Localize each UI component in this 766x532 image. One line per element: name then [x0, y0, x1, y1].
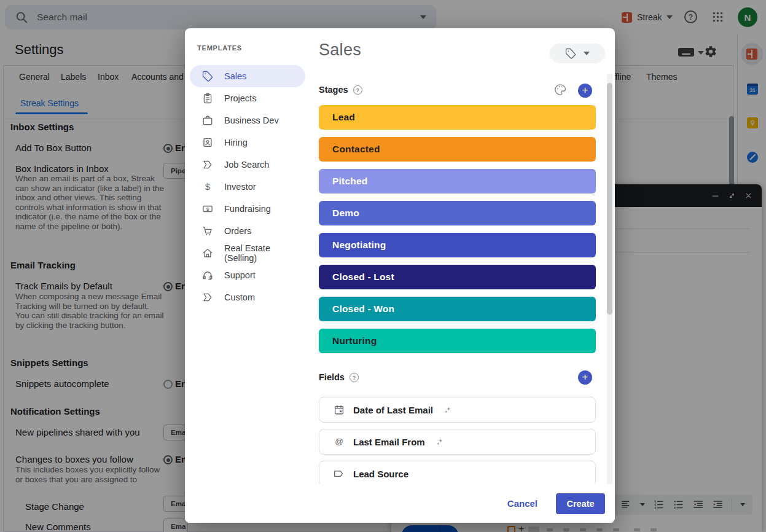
- tag-icon: [565, 48, 576, 59]
- modal-footer: Cancel Create: [185, 484, 615, 523]
- stage-bar-pitched[interactable]: Pitched: [319, 169, 596, 194]
- icon-picker-caret-icon: [584, 52, 590, 55]
- pipeline-arrow-icon: [202, 159, 213, 170]
- template-item-hiring[interactable]: Hiring: [190, 131, 305, 154]
- headset-icon: [202, 270, 213, 281]
- at-sign-icon: @: [334, 436, 345, 447]
- template-item-fundraising[interactable]: $ Fundraising: [190, 198, 305, 220]
- stages-help-icon[interactable]: [353, 85, 362, 95]
- template-item-custom[interactable]: Custom: [190, 286, 305, 308]
- stage-bar-negotiating[interactable]: Negotiating: [319, 233, 596, 257]
- svg-text:@: @: [335, 437, 343, 446]
- field-card-date-of-last-email[interactable]: Date of Last Email: [319, 397, 596, 423]
- modal-scrollbar-thumb[interactable]: [607, 83, 612, 315]
- field-card-last-email-from[interactable]: @ Last Email From: [319, 429, 596, 455]
- template-item-business-dev[interactable]: Business Dev: [190, 109, 305, 131]
- svg-text:$: $: [206, 206, 209, 212]
- stage-bar-contacted[interactable]: Contacted: [319, 137, 596, 162]
- stage-bar-demo[interactable]: Demo: [319, 201, 596, 225]
- cancel-button[interactable]: Cancel: [507, 498, 537, 509]
- template-item-real-estate[interactable]: Real Estate (Selling): [190, 242, 305, 264]
- auto-field-sparkle-icon: [435, 437, 444, 447]
- stage-bar-closed-lost[interactable]: Closed - Lost: [319, 265, 596, 289]
- stages-section-header: Stages: [319, 85, 362, 95]
- tag-icon: [202, 71, 213, 82]
- stage-bar-closed-won[interactable]: Closed - Won: [319, 297, 596, 321]
- clipboard-icon: [202, 93, 213, 104]
- template-item-projects[interactable]: Projects: [190, 87, 305, 109]
- cart-icon: [202, 225, 213, 237]
- pipeline-icon-picker[interactable]: [550, 44, 605, 63]
- palette-icon[interactable]: [553, 83, 567, 96]
- field-card-lead-source[interactable]: Lead Source: [319, 461, 596, 487]
- screen: Streak N Settings General Labels Inbox A…: [0, 0, 766, 532]
- template-item-sales[interactable]: Sales: [190, 65, 305, 87]
- id-badge-icon: [202, 137, 213, 148]
- template-item-job-search[interactable]: Job Search: [190, 154, 305, 176]
- dollar-icon: $: [202, 181, 213, 192]
- template-item-support[interactable]: Support: [190, 264, 305, 286]
- pipeline-arrow-icon: [202, 292, 213, 303]
- banknote-icon: $: [202, 203, 213, 214]
- pipeline-template-modal: TEMPLATES Sales Projects Business Dev Hi…: [185, 28, 615, 523]
- template-item-investor[interactable]: $ Investor: [190, 176, 305, 198]
- svg-text:$: $: [205, 182, 210, 192]
- home-icon: [202, 248, 213, 259]
- briefcase-icon: [202, 115, 213, 126]
- label-icon: [334, 468, 345, 479]
- templates-header: TEMPLATES: [197, 44, 242, 52]
- add-field-button[interactable]: [578, 370, 592, 385]
- stage-bar-nurturing[interactable]: Nurturing: [319, 329, 596, 353]
- fields-help-icon[interactable]: [350, 373, 359, 382]
- calendar-icon: [334, 404, 345, 415]
- add-stage-button[interactable]: [578, 84, 592, 98]
- auto-field-sparkle-icon: [443, 405, 452, 415]
- stage-bar-lead[interactable]: Lead: [319, 105, 596, 130]
- template-item-orders[interactable]: Orders: [190, 220, 305, 242]
- fields-section-header: Fields: [319, 372, 359, 382]
- create-button[interactable]: Create: [556, 493, 605, 514]
- pipeline-title: Sales: [319, 41, 361, 60]
